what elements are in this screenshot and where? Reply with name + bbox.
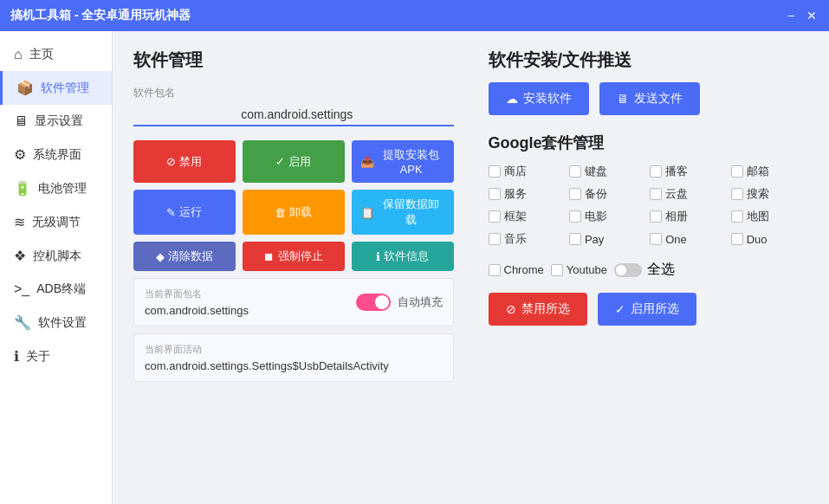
main-content: 软件管理 软件包名 ⊘ 禁用 ✓ 启用 📤 提取安装包APK: [113, 31, 829, 504]
autofill-label: 自动填充: [398, 294, 443, 310]
advanced-icon: ≋: [14, 214, 25, 230]
current-activity-info: 当前界面活动 com.android.settings.Settings$Usb…: [133, 333, 454, 382]
google-item-podcast: 播客: [650, 164, 727, 179]
google-item-photos: 相册: [650, 209, 727, 224]
google-item-duo: Duo: [731, 231, 808, 247]
checkbox-duo[interactable]: [731, 233, 743, 245]
clear-data-button[interactable]: ◆ 清除数据: [133, 242, 236, 271]
package-name-group: 软件包名: [133, 86, 454, 126]
checkbox-maps[interactable]: [731, 210, 743, 223]
sidebar-item-battery[interactable]: 🔋 电池管理: [0, 171, 112, 205]
checkbox-store[interactable]: [489, 165, 501, 178]
send-file-button[interactable]: 🖥 发送文件: [599, 82, 700, 115]
google-item-youtube: Youtube: [551, 263, 607, 276]
install-buttons: ☁ 安装软件 🖥 发送文件: [489, 82, 809, 115]
sidebar-item-macro[interactable]: ❖ 控机脚本: [0, 239, 112, 273]
sidebar-item-about[interactable]: ℹ 关于: [0, 339, 112, 373]
google-item-drive: 云盘: [650, 186, 727, 202]
about-icon: ℹ: [14, 348, 19, 365]
select-all-toggle[interactable]: [614, 263, 642, 277]
current-package-label: 当前界面包名: [145, 288, 249, 300]
home-icon: ⌂: [14, 47, 23, 62]
google-item-store: 商店: [489, 164, 566, 179]
select-all-label: 全选: [647, 261, 675, 279]
google-items-grid: 商店 键盘 播客 邮箱 服务: [489, 164, 809, 247]
google-item-framework: 框架: [489, 209, 566, 224]
sidebar-item-home[interactable]: ⌂ 主页: [0, 38, 112, 71]
uninstall-icon: 🗑: [275, 206, 286, 219]
install-software-button[interactable]: ☁ 安装软件: [489, 82, 589, 115]
send-icon: 🖥: [617, 92, 629, 106]
extract-button[interactable]: 📤 提取安装包APK: [352, 140, 454, 183]
checkbox-chrome[interactable]: [489, 264, 501, 276]
title-bar: 搞机工具箱 - 全安卓通用玩机神器 − ✕: [0, 0, 829, 31]
google-section-title: Google套件管理: [489, 132, 809, 153]
google-item-backup: 备份: [569, 186, 646, 202]
checkbox-services[interactable]: [489, 188, 501, 200]
google-item-pay: Pay: [569, 231, 646, 247]
google-item-music: 音乐: [489, 231, 566, 247]
sidebar-item-software[interactable]: 📦 软件管理: [0, 71, 112, 105]
disable-button[interactable]: ⊘ 禁用: [133, 140, 236, 183]
sidebar-item-label: 电池管理: [38, 181, 87, 197]
close-button[interactable]: ✕: [805, 9, 819, 23]
google-item-chrome: Chrome: [489, 263, 544, 276]
sidebar-item-display[interactable]: 🖥 显示设置: [0, 105, 112, 138]
clear-data-icon: ◆: [156, 250, 165, 263]
checkbox-drive[interactable]: [650, 188, 662, 200]
autofill-toggle-wrap: 自动填充: [356, 294, 443, 311]
checkbox-framework[interactable]: [489, 210, 501, 223]
checkbox-mail[interactable]: [731, 165, 743, 178]
checkbox-one[interactable]: [650, 233, 662, 245]
checkbox-backup[interactable]: [569, 188, 581, 200]
google-item-mail: 邮箱: [731, 164, 808, 179]
sidebar-item-advanced[interactable]: ≋ 无级调节: [0, 205, 112, 239]
run-button[interactable]: ✎ 运行: [133, 190, 236, 235]
battery-icon: 🔋: [14, 180, 31, 197]
checkbox-pay[interactable]: [569, 233, 581, 245]
google-action-buttons: ⊘ 禁用所选 ✓ 启用所选: [489, 293, 809, 326]
checkbox-search[interactable]: [731, 188, 743, 200]
adb-icon: >_: [14, 281, 29, 297]
checkbox-keyboard[interactable]: [569, 165, 581, 178]
system-icon: ⚙: [14, 146, 26, 163]
sidebar-item-settings[interactable]: 🔧 软件设置: [0, 306, 112, 339]
autofill-toggle[interactable]: [356, 294, 391, 311]
sidebar-item-label: 主页: [29, 47, 54, 62]
app-info-button[interactable]: ℹ 软件信息: [352, 242, 454, 271]
enable-button[interactable]: ✓ 启用: [243, 140, 345, 183]
google-item-search: 搜索: [731, 186, 808, 202]
enable-all-button[interactable]: ✓ 启用所选: [598, 293, 696, 326]
sidebar-item-label: 关于: [26, 349, 50, 365]
sidebar-item-label: 显示设置: [35, 113, 83, 129]
disable-all-button[interactable]: ⊘ 禁用所选: [489, 293, 587, 326]
display-icon: 🖥: [14, 113, 28, 129]
uninstall-keep-button[interactable]: 📋 保留数据卸载: [352, 190, 454, 235]
force-stop-button[interactable]: ⏹ 强制停止: [243, 242, 345, 271]
install-section-title: 软件安装/文件推送: [489, 48, 809, 72]
current-activity-value: com.android.settings.Settings$UsbDetails…: [145, 359, 443, 372]
checkbox-music[interactable]: [489, 233, 501, 245]
action-buttons-grid: ⊘ 禁用 ✓ 启用 📤 提取安装包APK ✎ 运行 🗑 卸载: [133, 140, 454, 271]
sidebar-item-label: ADB终端: [36, 281, 86, 297]
uninstall-button[interactable]: 🗑 卸载: [243, 190, 345, 235]
google-item-one: One: [650, 231, 727, 247]
sidebar-item-label: 软件管理: [41, 81, 89, 96]
current-package-row: 当前界面包名 com.android.settings 自动填充: [145, 288, 443, 317]
checkbox-movies[interactable]: [569, 210, 581, 223]
toggle-slider: [356, 294, 391, 311]
settings-icon: 🔧: [14, 314, 31, 331]
minimize-button[interactable]: −: [784, 9, 798, 23]
package-name-input[interactable]: [133, 104, 454, 126]
current-activity-label: 当前界面活动: [145, 343, 443, 356]
left-panel: 软件管理 软件包名 ⊘ 禁用 ✓ 启用 📤 提取安装包APK: [133, 48, 454, 487]
checkbox-photos[interactable]: [650, 210, 662, 223]
extract-icon: 📤: [360, 155, 374, 168]
package-input-label: 软件包名: [133, 86, 454, 100]
sidebar-item-system[interactable]: ⚙ 系统界面: [0, 138, 112, 171]
checkbox-youtube[interactable]: [551, 264, 563, 276]
google-item-services: 服务: [489, 186, 566, 202]
sidebar-item-adb[interactable]: >_ ADB终端: [0, 273, 112, 306]
disable-all-icon: ⊘: [506, 302, 516, 316]
checkbox-podcast[interactable]: [650, 165, 662, 178]
